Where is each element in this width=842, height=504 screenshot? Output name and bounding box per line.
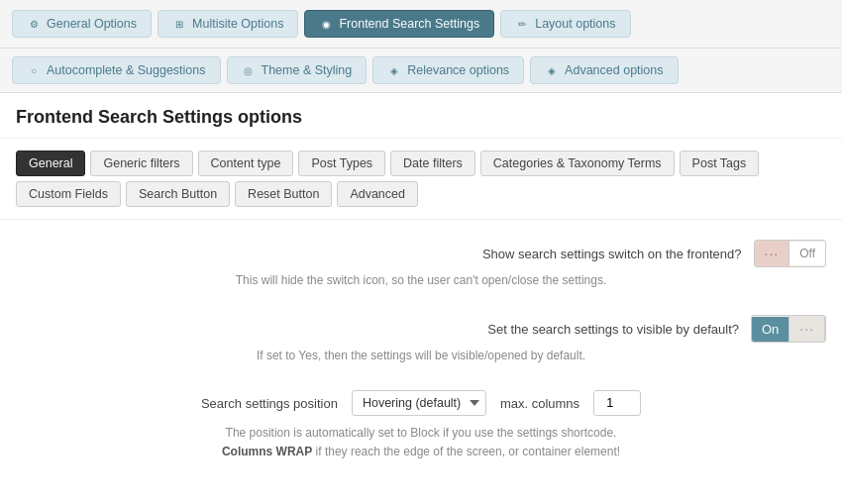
show-switch-off[interactable]: Off	[789, 242, 825, 265]
page-title: Frontend Search Settings options	[0, 93, 842, 139]
nav-advanced-label: Advanced options	[565, 63, 663, 77]
content-area: Show search settings switch on the front…	[0, 220, 842, 504]
second-nav: Autocomplete & Suggestions Theme & Styli…	[0, 49, 842, 93]
tab-advanced[interactable]: Advanced	[337, 181, 418, 207]
tab-categories[interactable]: Categories & Taxonomy Terms	[480, 151, 675, 176]
visible-default-on[interactable]: On	[752, 317, 789, 342]
nav-autocomplete[interactable]: Autocomplete & Suggestions	[12, 56, 221, 84]
nav-layout-options[interactable]: Layout options	[500, 10, 630, 38]
theme-icon	[242, 63, 256, 77]
position-desc-rest: if they reach the edge of the screen, or…	[312, 445, 620, 458]
visible-default-setting: Set the search settings to visible by de…	[16, 315, 826, 362]
position-label: Search settings position	[201, 396, 338, 411]
tab-search-button[interactable]: Search Button	[126, 181, 230, 207]
visible-default-dots[interactable]: ···	[789, 316, 825, 342]
nav-theme-styling-label: Theme & Styling	[262, 63, 353, 77]
max-columns-label: max. columns	[500, 396, 579, 411]
nav-advanced[interactable]: Advanced options	[530, 56, 678, 84]
visible-default-line: Set the search settings to visible by de…	[16, 315, 826, 343]
nav-multisite-options-label: Multisite Options	[192, 17, 283, 31]
max-columns-input[interactable]	[593, 390, 641, 416]
autocomplete-icon	[27, 63, 41, 77]
visible-default-desc: If set to Yes, then the settings will be…	[16, 349, 826, 362]
nav-general-options-label: General Options	[47, 17, 137, 31]
tabs-row: General Generic filters Content type Pos…	[0, 139, 842, 220]
position-select[interactable]: Hovering (default)Block	[352, 390, 486, 416]
tab-general[interactable]: General	[16, 151, 85, 176]
frontend-icon	[319, 17, 333, 31]
nav-autocomplete-label: Autocomplete & Suggestions	[47, 63, 206, 77]
nav-frontend-search[interactable]: Frontend Search Settings	[304, 10, 494, 38]
nav-multisite-options[interactable]: Multisite Options	[158, 10, 298, 38]
nav-relevance-label: Relevance options	[407, 63, 509, 77]
position-setting: Search settings position Hovering (defau…	[16, 390, 826, 461]
show-switch-toggle[interactable]: ··· Off	[754, 240, 826, 267]
visible-default-toggle[interactable]: On ···	[751, 315, 826, 343]
nav-frontend-search-label: Frontend Search Settings	[339, 17, 479, 31]
layout-icon	[515, 17, 529, 31]
position-row: Search settings position Hovering (defau…	[16, 390, 826, 416]
show-switch-line: Show search settings switch on the front…	[16, 240, 826, 267]
tab-generic-filters[interactable]: Generic filters	[90, 151, 192, 176]
nav-layout-options-label: Layout options	[535, 17, 615, 31]
tab-custom-fields[interactable]: Custom Fields	[16, 181, 121, 207]
show-switch-label: Show search settings switch on the front…	[482, 247, 742, 261]
position-desc-bold: Columns WRAP	[222, 445, 312, 458]
top-nav: General Options Multisite Options Fronte…	[0, 0, 842, 49]
show-switch-desc: This will hide the switch icon, so the u…	[16, 273, 826, 287]
position-desc-line1: The position is automatically set to Blo…	[226, 426, 617, 440]
nav-general-options[interactable]: General Options	[12, 10, 152, 38]
show-switch-dots[interactable]: ···	[755, 241, 790, 266]
gear-icon	[27, 17, 41, 31]
show-switch-setting: Show search settings switch on the front…	[16, 240, 826, 287]
tab-post-tags[interactable]: Post Tags	[680, 151, 760, 176]
advanced-icon	[545, 63, 559, 77]
tab-date-filters[interactable]: Date filters	[390, 151, 475, 176]
visible-default-label: Set the search settings to visible by de…	[487, 322, 739, 337]
nav-theme-styling[interactable]: Theme & Styling	[227, 56, 368, 84]
tab-reset-button[interactable]: Reset Button	[235, 181, 332, 207]
nav-relevance[interactable]: Relevance options	[372, 56, 524, 84]
relevance-icon	[387, 63, 401, 77]
tab-content-type[interactable]: Content type	[198, 151, 294, 176]
multisite-icon	[172, 17, 186, 31]
position-desc: The position is automatically set to Blo…	[16, 424, 826, 461]
tab-post-types[interactable]: Post Types	[298, 151, 385, 176]
